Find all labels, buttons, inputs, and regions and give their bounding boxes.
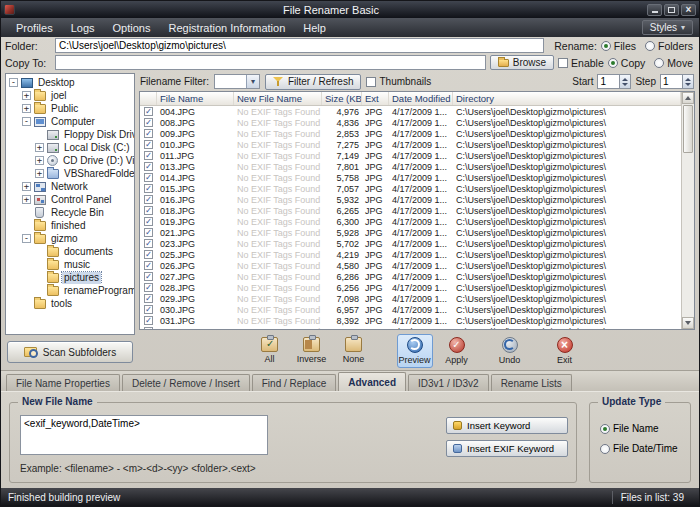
table-row[interactable]: 025.JPGNo EXIF Tags Found4,219JPG4/17/20…	[140, 249, 681, 260]
row-checkbox[interactable]	[144, 228, 153, 237]
menu-item-options[interactable]: Options	[104, 20, 160, 36]
row-checkbox[interactable]	[144, 118, 153, 127]
insert-exif-keyword-button[interactable]: Insert EXIF Keyword	[446, 440, 568, 457]
row-checkbox[interactable]	[144, 305, 153, 314]
expand-icon[interactable]: +	[35, 143, 44, 152]
tree-item-desktop[interactable]: -Desktop	[6, 76, 134, 89]
minimize-button[interactable]	[647, 4, 662, 16]
row-check-cell[interactable]	[140, 316, 157, 325]
row-check-cell[interactable]	[140, 206, 157, 215]
table-row[interactable]: 018.JPGNo EXIF Tags Found6,265JPG4/17/20…	[140, 205, 681, 216]
copy-option-move[interactable]: Move	[654, 57, 693, 69]
row-check-cell[interactable]	[140, 272, 157, 281]
tree-item-network[interactable]: +Network	[6, 180, 134, 193]
tree-item-vbsharedfolder-vboxsvr[interactable]: +VBSharedFolder (\\vboxsvr) (...	[6, 167, 134, 180]
tree-item-pictures[interactable]: pictures	[6, 271, 134, 284]
row-checkbox[interactable]	[144, 151, 153, 160]
apply-button[interactable]: Apply	[439, 334, 475, 368]
row-check-cell[interactable]	[140, 294, 157, 303]
none-button[interactable]: None	[336, 334, 372, 368]
step-input[interactable]	[660, 74, 682, 89]
filename-filter-combobox[interactable]: ▾	[214, 74, 260, 89]
expand-icon[interactable]: +	[35, 156, 44, 165]
row-check-cell[interactable]	[140, 327, 157, 329]
expand-icon[interactable]: +	[22, 104, 31, 113]
table-row[interactable]: 013.JPGNo EXIF Tags Found7,801JPG4/17/20…	[140, 161, 681, 172]
tab-file-name-properties[interactable]: File Name Properties	[6, 374, 120, 391]
tree-item-control-panel[interactable]: +Control Panel	[6, 193, 134, 206]
expand-icon[interactable]: +	[22, 195, 31, 204]
table-row[interactable]: 032.JPGNo EXIF Tags Found8,277JPG4/17/20…	[140, 326, 681, 329]
tree-item-gizmo[interactable]: -gizmo	[6, 232, 134, 245]
menu-item-registration-information[interactable]: Registration Information	[159, 20, 294, 36]
header-cell-check[interactable]	[140, 92, 157, 105]
row-check-cell[interactable]	[140, 228, 157, 237]
tree-item-public[interactable]: +Public	[6, 102, 134, 115]
styles-menu-button[interactable]: Styles ▾	[642, 20, 693, 35]
tree-item-joel[interactable]: +joel	[6, 89, 134, 102]
thumbnails-checkbox[interactable]: Thumbnails	[366, 76, 431, 87]
row-check-cell[interactable]	[140, 239, 157, 248]
row-check-cell[interactable]	[140, 107, 157, 116]
collapse-icon[interactable]: -	[22, 234, 31, 243]
all-button[interactable]: All	[252, 334, 288, 368]
row-check-cell[interactable]	[140, 261, 157, 270]
table-row[interactable]: 009.JPGNo EXIF Tags Found2,853JPG4/17/20…	[140, 128, 681, 139]
row-checkbox[interactable]	[144, 195, 153, 204]
table-row[interactable]: 016.JPGNo EXIF Tags Found5,932JPG4/17/20…	[140, 194, 681, 205]
rename-option-files[interactable]: Files	[601, 40, 636, 52]
tree-item-recycle-bin[interactable]: Recycle Bin	[6, 206, 134, 219]
enable-checkbox[interactable]: Enable	[558, 57, 604, 69]
row-check-cell[interactable]	[140, 250, 157, 259]
tree-item-music[interactable]: music	[6, 258, 134, 271]
copy-option-copy[interactable]: Copy	[608, 57, 646, 69]
browse-button[interactable]: Browse	[490, 55, 554, 70]
row-check-cell[interactable]	[140, 283, 157, 292]
row-checkbox[interactable]	[144, 272, 153, 281]
tab-delete-remove-insert[interactable]: Delete / Remove / Insert	[122, 374, 250, 391]
table-row[interactable]: 004.JPGNo EXIF Tags Found4,976JPG4/17/20…	[140, 106, 681, 117]
table-row[interactable]: 008.JPGNo EXIF Tags Found4,836JPG4/17/20…	[140, 117, 681, 128]
row-check-cell[interactable]	[140, 184, 157, 193]
row-checkbox[interactable]	[144, 129, 153, 138]
tree-item-computer[interactable]: -Computer	[6, 115, 134, 128]
table-row[interactable]: 021.JPGNo EXIF Tags Found5,928JPG4/17/20…	[140, 227, 681, 238]
tab-rename-lists[interactable]: Rename Lists	[491, 374, 572, 391]
row-checkbox[interactable]	[144, 316, 153, 325]
table-row[interactable]: 014.JPGNo EXIF Tags Found5,758JPG4/17/20…	[140, 172, 681, 183]
tab-find-replace[interactable]: Find / Replace	[252, 374, 336, 391]
maximize-button[interactable]	[664, 4, 679, 16]
row-checkbox[interactable]	[144, 239, 153, 248]
header-cell-date-modified[interactable]: Date Modified	[389, 92, 453, 105]
header-cell-directory[interactable]: Directory	[453, 92, 681, 105]
table-row[interactable]: 031.JPGNo EXIF Tags Found8,392JPG4/17/20…	[140, 315, 681, 326]
table-row[interactable]: 010.JPGNo EXIF Tags Found7,275JPG4/17/20…	[140, 139, 681, 150]
tree-item-documents[interactable]: documents	[6, 245, 134, 258]
header-cell-file-name[interactable]: File Name	[157, 92, 234, 105]
start-input[interactable]	[597, 74, 619, 89]
scroll-up-icon[interactable]	[682, 92, 694, 104]
new-file-name-input[interactable]: <exif_keyword,DateTime>	[20, 415, 268, 455]
row-check-cell[interactable]	[140, 173, 157, 182]
row-checkbox[interactable]	[144, 327, 153, 329]
table-row[interactable]: 029.JPGNo EXIF Tags Found7,098JPG4/17/20…	[140, 293, 681, 304]
collapse-icon[interactable]: -	[9, 78, 18, 87]
tree-item-floppy-disk-drive-a[interactable]: Floppy Disk Drive (A:)	[6, 128, 134, 141]
rename-option-folders[interactable]: Folders	[645, 40, 693, 52]
scan-subfolders-button[interactable]: Scan Subfolders	[7, 341, 133, 363]
expand-icon[interactable]: +	[35, 169, 44, 178]
row-check-cell[interactable]	[140, 118, 157, 127]
scrollbar-thumb[interactable]	[683, 105, 693, 153]
row-checkbox[interactable]	[144, 184, 153, 193]
expand-icon[interactable]: +	[22, 91, 31, 100]
exit-button[interactable]: Exit	[547, 334, 583, 368]
table-row[interactable]: 019.JPGNo EXIF Tags Found6,300JPG4/17/20…	[140, 216, 681, 227]
expand-icon[interactable]: +	[22, 182, 31, 191]
row-check-cell[interactable]	[140, 217, 157, 226]
undo-button[interactable]: Undo	[492, 334, 528, 368]
update-type-option-file-name[interactable]: File Name	[600, 423, 682, 434]
table-row[interactable]: 026.JPGNo EXIF Tags Found4,580JPG4/17/20…	[140, 260, 681, 271]
scroll-down-icon[interactable]	[682, 317, 694, 329]
header-cell-ext[interactable]: Ext	[362, 92, 389, 105]
tree-item-cd-drive-d-virtualbox-guest[interactable]: +CD Drive (D:) VirtualBox Guest	[6, 154, 134, 167]
